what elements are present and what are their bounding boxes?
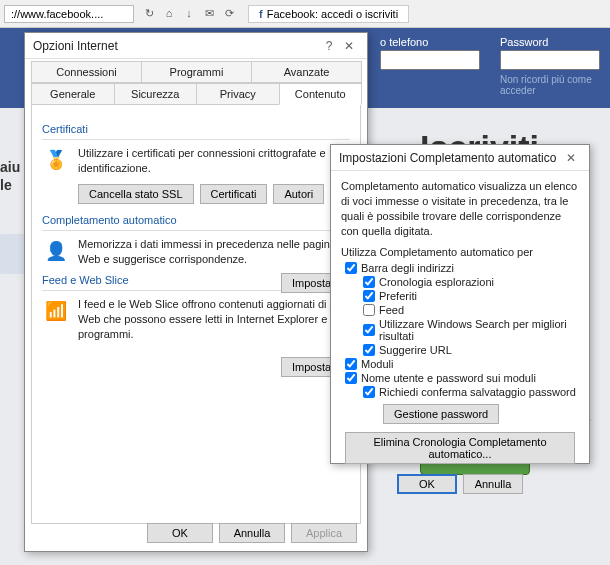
tab-avanzate[interactable]: Avanzate [251, 61, 362, 83]
chk-address-bar[interactable]: Barra degli indirizzi [345, 262, 579, 274]
ac-cancel-button[interactable]: Annulla [463, 474, 523, 494]
cancel-button[interactable]: Annulla [219, 523, 285, 543]
ac-titlebar[interactable]: Impostazioni Completamento automatico ✕ [331, 145, 589, 171]
email-label: o telefono [380, 36, 480, 48]
group-certificati: Certificati [42, 123, 350, 135]
delete-history-button[interactable]: Elimina Cronologia Completamento automat… [345, 432, 575, 464]
ac-heading: Utilizza Completamento automatico per [341, 246, 579, 258]
tab-sicurezza[interactable]: Sicurezza [114, 83, 198, 105]
clear-ssl-button[interactable]: Cancella stato SSL [78, 184, 194, 204]
chk-user-pass[interactable]: Nome utente e password sui moduli [345, 372, 579, 384]
chk-suggest-url[interactable]: Suggerire URL [363, 344, 579, 356]
tab-generale[interactable]: Generale [31, 83, 115, 105]
chk-history[interactable]: Cronologia esplorazioni [363, 276, 579, 288]
chk-forms[interactable]: Moduli [345, 358, 579, 370]
dialog-titlebar[interactable]: Opzioni Internet ? ✕ [25, 33, 367, 59]
facebook-icon: f [259, 8, 263, 20]
apply-button[interactable]: Applica [291, 523, 357, 543]
email-field[interactable] [380, 50, 480, 70]
browser-tab[interactable]: f Facebook: accedi o iscriviti [248, 5, 409, 23]
toolbar-icons: ↻ ⌂ ↓ ✉ ⟳ [142, 7, 236, 20]
download-icon[interactable]: ↓ [182, 7, 196, 20]
tab-content: Certificati 🏅 Utilizzare i certificati p… [31, 104, 361, 524]
user-icon: 👤 [42, 237, 70, 265]
ac-title: Impostazioni Completamento automatico [339, 151, 556, 165]
ac-desc: Memorizza i dati immessi in precedenza n… [78, 237, 350, 267]
cert-desc: Utilizzare i certificati per connessioni… [78, 146, 350, 176]
dialog-footer: OK Annulla Applica [147, 523, 357, 543]
refresh-icon[interactable]: ↻ [142, 7, 156, 20]
publishers-button[interactable]: Autori [273, 184, 324, 204]
forgot-link[interactable]: Non ricordi più come acceder [500, 74, 610, 96]
ac-ok-button[interactable]: OK [397, 474, 457, 494]
manage-passwords-button[interactable]: Gestione password [383, 404, 499, 424]
help-icon[interactable]: ? [319, 39, 339, 53]
internet-options-dialog: Opzioni Internet ? ✕ Connessioni Program… [24, 32, 368, 552]
chk-windows-search[interactable]: Utilizzare Windows Search per migliori r… [363, 318, 579, 342]
group-autocomplete: Completamento automatico [42, 214, 350, 226]
close-icon[interactable]: ✕ [339, 39, 359, 53]
dialog-title: Opzioni Internet [33, 39, 118, 53]
reload-icon[interactable]: ⟳ [222, 7, 236, 20]
tab-connessioni[interactable]: Connessioni [31, 61, 142, 83]
chk-feed[interactable]: Feed [363, 304, 579, 316]
rss-icon: 📶 [42, 297, 70, 325]
autocomplete-dialog: Impostazioni Completamento automatico ✕ … [330, 144, 590, 464]
tab-title: Facebook: accedi o iscriviti [267, 8, 398, 20]
tab-programmi[interactable]: Programmi [141, 61, 252, 83]
password-field[interactable] [500, 50, 600, 70]
browser-toolbar: ://www.facebook.... ↻ ⌂ ↓ ✉ ⟳ f Facebook… [0, 0, 610, 28]
certificates-button[interactable]: Certificati [200, 184, 268, 204]
ac-description: Completamento automatico visualizza un e… [341, 179, 579, 238]
chk-confirm-save[interactable]: Richiedi conferma salvataggio password [363, 386, 579, 398]
chk-favorites[interactable]: Preferiti [363, 290, 579, 302]
tab-strip: Connessioni Programmi Avanzate Generale … [25, 59, 367, 105]
feed-desc: I feed e le Web Slice offrono contenuti … [78, 297, 350, 342]
tab-contenuto[interactable]: Contenuto [279, 83, 363, 105]
ok-button[interactable]: OK [147, 523, 213, 543]
certificate-icon: 🏅 [42, 146, 70, 174]
password-label: Password [500, 36, 610, 48]
mail-icon[interactable]: ✉ [202, 7, 216, 20]
tab-privacy[interactable]: Privacy [196, 83, 280, 105]
close-icon[interactable]: ✕ [561, 151, 581, 165]
home-icon[interactable]: ⌂ [162, 7, 176, 20]
address-bar[interactable]: ://www.facebook.... [4, 5, 134, 23]
